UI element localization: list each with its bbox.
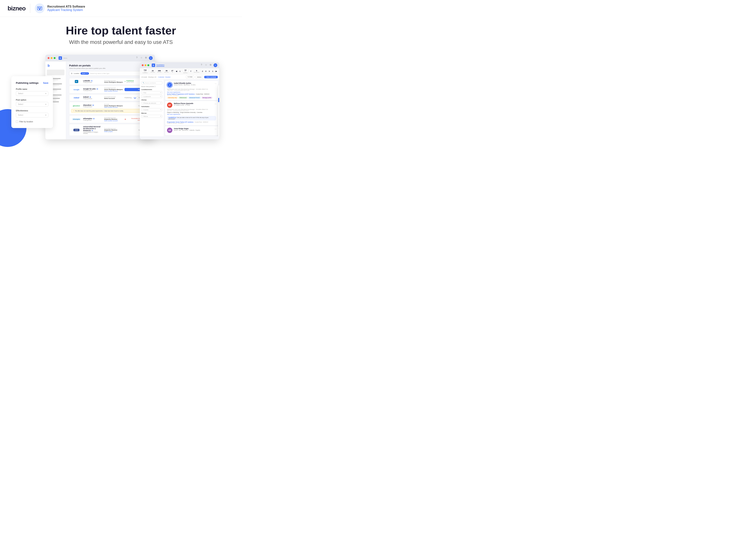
tab-menu[interactable]: Menu: [63, 57, 67, 59]
proceso-filter[interactable]: + Proceso de selección ▾: [141, 101, 162, 104]
stat-recruits-num: 686: [157, 70, 162, 72]
ps-post-select[interactable]: Select ▾: [16, 102, 48, 106]
select-account-link-1[interactable]: Select another account: [104, 90, 123, 92]
stat-pending-label: Pending: [151, 72, 155, 73]
candidate-card-3[interactable]: AR Anna Roige Orgaz Dev/M · Mar · Barcel…: [165, 126, 218, 135]
window-maximize-button[interactable]: [54, 57, 55, 59]
solicitados-filter[interactable]: + Fuentes ▾: [141, 108, 162, 111]
portal-type-0: Portal premium: [83, 82, 103, 83]
filter-location-checkbox[interactable]: [16, 121, 18, 123]
cand-minimize-button[interactable]: [145, 64, 146, 66]
card2-education: Degree in Marketing · Sergio Arboleda Un…: [167, 112, 216, 113]
context-menu: 🖨 Print CV 📅 Schedule an interview ✉ Sen…: [218, 85, 219, 136]
ps-profile-select[interactable]: Select ▾: [16, 91, 48, 96]
ctx-send-video[interactable]: 🎥 Send video interview: [218, 111, 219, 115]
ps-effectiveness-field: Effectiveness Select ▾: [16, 110, 48, 118]
portal-browser-window: b Menu ? ☆ ⚙ U b 1: [45, 55, 155, 139]
star-icon[interactable]: ☆: [140, 56, 143, 59]
portal-row-3[interactable]: glassdoor Glassdoor III Portal premium A…: [69, 102, 152, 115]
settings-icon[interactable]: ⚙: [144, 56, 147, 59]
filter-location-label: Filter by location: [19, 121, 33, 123]
window-close-button[interactable]: [48, 57, 49, 59]
card1-more-icon[interactable]: ···: [215, 82, 217, 85]
cand-close-button[interactable]: [142, 64, 144, 66]
ps-effectiveness-label: Effectiveness: [16, 110, 48, 112]
card2-job: Maintenance and Lean Manufacturing Manag…: [167, 109, 216, 111]
stat-col9: 7: [190, 70, 192, 72]
portal-row-0[interactable]: in Linkedin III Portal premium Associate…: [69, 78, 152, 85]
cand-user-avatar[interactable]: U: [214, 63, 217, 67]
stat-aprendiz-label: Aprendiz.: [164, 72, 169, 73]
localizacion-chevron: ▾: [160, 96, 161, 97]
ctx-schedule-interview[interactable]: 📅 Schedule an interview: [218, 90, 219, 94]
portal-logo-4: infoempleo: [71, 118, 82, 121]
browser-tabs: Menu: [63, 57, 67, 59]
help-icon[interactable]: ?: [135, 56, 138, 59]
ctx-send-message[interactable]: ✉ Send Message: [218, 94, 219, 98]
ctx-export-excel[interactable]: 📄 Export to excel: [218, 124, 219, 128]
stat-new-label: New candidates: [142, 71, 148, 73]
ctx-edit-tags[interactable]: 🏷 Edit tags: [218, 129, 219, 133]
stat-recruits-label: Recruits.: [157, 72, 162, 73]
filter-search-input[interactable]: Search by name or filter type: [90, 73, 145, 74]
ctx-send-form[interactable]: 📋 Send form: [218, 106, 219, 111]
portal-account-3: AccountJesús Rodríguez MarquezSelect ano…: [104, 103, 123, 108]
ats-icon: [35, 3, 45, 13]
browser-icons: ? ☆ ⚙ U: [135, 56, 153, 60]
cand-maximize-button[interactable]: [147, 64, 149, 66]
select-account-link-3[interactable]: Select another account: [104, 106, 123, 108]
card2-more-icon[interactable]: ···: [215, 102, 217, 105]
portal-account-4: Associated accountAlejandra RamírezSelec…: [104, 117, 123, 121]
localizacion-label: + Localización: [142, 96, 151, 97]
tag-advanced-french: Advanced French: [188, 97, 201, 99]
ps-effectiveness-select[interactable]: Select ▾: [16, 113, 48, 118]
cand-settings-icon[interactable]: ⚙: [209, 63, 212, 67]
card1-see-more: See more experiences: [167, 91, 216, 93]
portal-row-5[interactable]: UNED Universidad Nacional de Educación a…: [69, 124, 152, 136]
stat-new-candidates: 743 New candidates: [141, 69, 149, 73]
portal-logo-1: Google: [71, 89, 82, 91]
card1-info: Isabel Elizalde Quiles Senior/Técnico · …: [174, 82, 196, 85]
ctx-add-note[interactable]: 📝 Add note: [218, 133, 219, 136]
portal-row-2[interactable]: indeed Indeed III Portal premium Associa…: [69, 94, 152, 101]
card2-role: VP Salary 19,00€ · 27.000€: [174, 104, 193, 106]
ctx-send-assessments[interactable]: 📊 Send assesments: [218, 115, 219, 119]
portal-row-1[interactable]: Google Google for jobs III Portal premiu…: [69, 86, 152, 93]
candidates-list: ✓ Isabel Elizalde Quiles Senior/Técnico …: [164, 80, 219, 136]
window-minimize-button[interactable]: [51, 57, 52, 59]
publishing-settings-panel: Publishing settings Save Profile name Se…: [11, 76, 53, 128]
sidebar-search[interactable]: [47, 70, 64, 75]
localizacion-filter[interactable]: + Localización ▾: [141, 95, 162, 98]
order-button[interactable]: ⇅ Order: [186, 76, 194, 79]
cand-help-icon[interactable]: ?: [200, 63, 203, 67]
filter-tag-remove[interactable]: ✕: [86, 73, 88, 74]
proceso-chevron: ▾: [160, 102, 161, 104]
select-account-link-4[interactable]: Select another account: [104, 120, 123, 121]
filter-tag-spain[interactable]: Spain ✕: [81, 72, 89, 75]
chevron-down-icon2: ▾: [45, 103, 46, 105]
marcas-filter[interactable]: + Marcas ▾: [141, 115, 162, 118]
ctx-send-gdpr[interactable]: 🔒 Send GDPR notification: [218, 102, 219, 106]
card3-more-icon[interactable]: ···: [215, 128, 217, 130]
search-candidates-input[interactable]: 🔍 Buscar candidatos: [141, 81, 162, 85]
actions-button[interactable]: Actions: [195, 76, 203, 79]
deselect-btn[interactable]: Deselect: [166, 76, 171, 78]
portal-row-4[interactable]: infoempleo Infoempleo III Portal general…: [69, 115, 152, 123]
location-label: Location: [74, 73, 79, 74]
browser-topbar: b Menu ? ☆ ⚙ U: [45, 55, 155, 61]
pais-filter[interactable]: + País ▾: [141, 91, 162, 94]
ctx-print-cv[interactable]: 🖨 Print CV: [218, 85, 219, 90]
ctx-send-instant-message[interactable]: 💬 Send instant message: [218, 98, 219, 102]
candidate-card-1[interactable]: ✓ Isabel Elizalde Quiles Senior/Técnico …: [165, 81, 218, 100]
select-account-link-5[interactable]: Añadir propias: [104, 131, 123, 132]
filter-bar[interactable]: ⚙ Location Spain ✕ Search by name or fil…: [69, 71, 152, 76]
candidate-card-2[interactable]: MF Melissa Flores Quevedo VP Salary 19,0…: [165, 101, 218, 125]
user-avatar[interactable]: U: [149, 56, 153, 60]
ps-header: Publishing settings Save: [16, 82, 48, 84]
ps-save-button[interactable]: Save: [43, 82, 48, 84]
candidates-nav-tab[interactable]: Candidates: [156, 64, 164, 67]
ctx-shared[interactable]: ↗ Shared: [218, 120, 219, 124]
cand-star-icon[interactable]: ☆: [204, 63, 207, 67]
stat-col6: ◀: [175, 70, 178, 72]
new-candidate-button[interactable]: + New candidate: [204, 76, 218, 78]
